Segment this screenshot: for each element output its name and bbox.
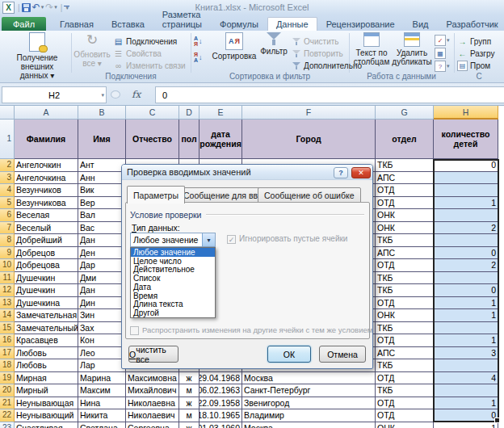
cell-C19[interactable]: Максимовна [126, 372, 179, 385]
cell-B23[interactable]: Светлана [78, 422, 126, 428]
col-header-A[interactable]: A [15, 106, 78, 120]
cell-G12[interactable]: ТКБ [376, 284, 434, 297]
cell-B12[interactable]: Дан [78, 284, 126, 297]
cell-B2[interactable]: Ант [78, 159, 126, 172]
col-header-F[interactable]: F [242, 106, 376, 120]
tab-разметка-страницы[interactable]: Разметка страницы [153, 7, 211, 31]
row-header-7[interactable]: 7 [0, 222, 15, 235]
header-cell-G1[interactable]: отдел [376, 120, 434, 159]
row-header-21[interactable]: 21 [0, 397, 15, 410]
tab-данные[interactable]: Данные [267, 17, 317, 31]
cell-G13[interactable]: ОТД [376, 297, 434, 310]
cell-E19[interactable]: 29.04.1968 [200, 372, 242, 385]
data-validation-button[interactable]: ✓▾ [435, 35, 450, 46]
cell-A20[interactable]: Мирный [15, 384, 78, 397]
cell-G8[interactable]: ТКБ [376, 234, 434, 247]
row-header-5[interactable]: 5 [0, 197, 15, 210]
cell-H11[interactable] [434, 272, 498, 285]
col-header-B[interactable]: B [78, 106, 126, 120]
cell-G2[interactable]: ТКБ [376, 159, 434, 172]
header-cell-D1[interactable]: пол [179, 120, 200, 159]
tab-рецензирование[interactable]: Рецензирование [317, 17, 404, 31]
cell-H23[interactable]: 1 [434, 422, 498, 428]
cell-B21[interactable]: Нина [78, 397, 126, 410]
cell-H15[interactable] [434, 322, 498, 335]
refresh-all-button[interactable]: ↻ Обновить все ▾ [74, 32, 110, 68]
cell-A10[interactable]: Добрецова [15, 259, 78, 272]
cell-H18[interactable] [434, 359, 498, 372]
cell-G23[interactable]: ОНК [376, 422, 434, 428]
connections-item-3[interactable]: ∞Изменить связи [113, 60, 186, 71]
cell-G22[interactable]: ОТД [376, 409, 434, 422]
tab-вставка[interactable]: Вставка [103, 17, 153, 31]
outline-item-3[interactable]: ▤Пром [457, 60, 504, 71]
row-header-16[interactable]: 16 [0, 334, 15, 347]
formula-input[interactable]: 0 [155, 86, 504, 103]
cell-D23[interactable]: ж [179, 422, 200, 428]
cell-C21[interactable]: Николаевна [126, 397, 179, 410]
cell-A15[interactable]: Замечательный [15, 322, 78, 335]
dropdown-item-время[interactable]: Время [131, 292, 215, 300]
header-cell-C1[interactable]: Отчество [126, 120, 179, 159]
row-header-14[interactable]: 14 [0, 309, 15, 322]
cell-H4[interactable] [434, 184, 498, 197]
cell-G20[interactable]: ТКБ [376, 384, 434, 397]
col-header-E[interactable]: E [200, 106, 242, 120]
cell-H20[interactable] [434, 384, 498, 397]
select-all-corner[interactable] [0, 106, 15, 120]
cell-C22[interactable]: Николаевич [126, 409, 179, 422]
cell-E23[interactable]: 01.03.1960 [200, 422, 242, 428]
cell-G6[interactable]: ОНК [376, 209, 434, 222]
cell-F19[interactable]: Москва [242, 372, 376, 385]
cell-F20[interactable]: Санкт-Петербург [242, 384, 376, 397]
cell-H16[interactable]: 1 [434, 334, 498, 347]
tab-главная[interactable]: Главная [51, 17, 103, 31]
qat-customize-button[interactable]: ▾ [64, 1, 69, 14]
cell-D19[interactable]: ж [179, 372, 200, 385]
cell-H8[interactable] [434, 234, 498, 247]
cell-B9[interactable]: Ден [78, 247, 126, 260]
header-cell-B1[interactable]: Имя [78, 120, 126, 159]
dropdown-item-другой[interactable]: Другой [131, 308, 215, 317]
clear-all-button[interactable]: Очистить все [128, 346, 178, 363]
cell-B4[interactable]: Вик [78, 184, 126, 197]
name-box-dropdown-icon[interactable]: ▾ [101, 92, 104, 99]
cell-G7[interactable]: ОНК [376, 222, 434, 235]
combo-dropdown-icon[interactable]: ▼ [202, 233, 215, 246]
cell-D20[interactable]: м [179, 384, 200, 397]
cell-B3[interactable]: Анн [78, 172, 126, 185]
row-header-23[interactable]: 23 [0, 422, 15, 428]
cell-B22[interactable]: Никита [78, 409, 126, 422]
cell-A3[interactable]: Ангелочкина [15, 172, 78, 185]
name-box[interactable]: H2 ▾ [2, 86, 107, 103]
cell-B7[interactable]: Вас [78, 222, 126, 235]
row-header-2[interactable]: 2 [0, 159, 15, 172]
cell-A21[interactable]: Неунывающая [15, 397, 78, 410]
cell-H17[interactable]: 3 [434, 347, 498, 360]
cell-A19[interactable]: Мирная [15, 372, 78, 385]
cell-G15[interactable]: ТКБ [376, 322, 434, 335]
cell-G5[interactable]: ОТД [376, 197, 434, 210]
dialog-close-button[interactable]: ✕ [351, 167, 371, 178]
cell-H14[interactable]: 1 [434, 309, 498, 322]
apply-to-all-checkbox[interactable]: Распространить изменения на другие ячейк… [130, 325, 372, 335]
cell-C23[interactable]: Сергеевна [126, 422, 179, 428]
cell-H2[interactable]: 0 [434, 159, 498, 172]
tab-файл[interactable]: Файл [2, 17, 46, 31]
cell-A4[interactable]: Везунчиков [15, 184, 78, 197]
cell-G19[interactable]: ОТД [376, 372, 434, 385]
cancel-button[interactable]: Отмена [319, 346, 366, 363]
cell-G11[interactable]: ТКБ [376, 272, 434, 285]
ok-button[interactable]: ОК [267, 346, 311, 363]
cell-A6[interactable]: Веселая [15, 209, 78, 222]
cell-B6[interactable]: Вал [78, 209, 126, 222]
dialog-help-button[interactable]: ? [334, 167, 348, 178]
dropdown-item-дата[interactable]: Дата [131, 283, 215, 292]
cell-G10[interactable]: ОТД [376, 259, 434, 272]
cell-A5[interactable]: Везунчикова [15, 197, 78, 210]
row-header-6[interactable]: 6 [0, 209, 15, 222]
undo-dropdown-icon[interactable]: ▾ [41, 4, 44, 10]
remove-duplicates-button[interactable]: Удалить дубликаты [393, 32, 431, 66]
sort-button[interactable]: АЯ Сортировка [212, 32, 257, 61]
cell-A9[interactable]: Добрецов [15, 247, 78, 260]
